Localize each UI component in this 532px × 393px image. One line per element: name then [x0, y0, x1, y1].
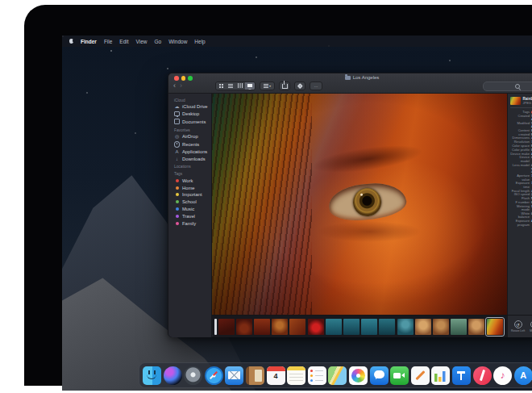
- sidebar-tag-important[interactable]: Important: [168, 191, 211, 199]
- sidebar-section-favorites: Favorites: [168, 126, 211, 133]
- thumbnail[interactable]: [236, 319, 252, 335]
- thumbnail[interactable]: [415, 319, 431, 335]
- dock-icon-mail[interactable]: [225, 366, 243, 385]
- applications-icon: A: [174, 149, 180, 154]
- thumbnail[interactable]: [254, 319, 270, 335]
- gallery-view-button[interactable]: [245, 82, 255, 90]
- menu-window[interactable]: Window: [168, 39, 187, 44]
- thumbnail[interactable]: [308, 319, 324, 335]
- window-title: Los Angeles: [353, 75, 380, 80]
- group-button[interactable]: ▾: [260, 82, 275, 90]
- photo-preview[interactable]: [212, 94, 507, 315]
- dock-icon-safari[interactable]: [205, 366, 223, 385]
- sidebar-tag-school[interactable]: School: [168, 199, 211, 206]
- sidebar-section-icloud: iCloud: [168, 96, 211, 103]
- dock-icon-siri[interactable]: [164, 366, 182, 385]
- dock-icon-messages[interactable]: [370, 366, 389, 385]
- icloud-drive-icon: ☁: [174, 104, 180, 109]
- menu-go[interactable]: Go: [155, 39, 162, 44]
- thumbnail[interactable]: [289, 319, 305, 335]
- thumbnail[interactable]: [397, 319, 414, 335]
- thumbnail[interactable]: [218, 319, 235, 335]
- forward-button[interactable]: ›: [180, 82, 182, 90]
- menu-edit[interactable]: Edit: [119, 39, 128, 44]
- title-bar[interactable]: ‹ › Los Angeles ▾: [168, 73, 532, 94]
- dock-icon-contacts[interactable]: [246, 366, 264, 385]
- sidebar-tag-music[interactable]: Music: [168, 206, 211, 213]
- photo-hair-region: [212, 94, 312, 315]
- dock-icon-keynote[interactable]: [452, 366, 471, 385]
- dock-icon-notes[interactable]: [287, 366, 305, 385]
- tags-button[interactable]: [294, 82, 305, 90]
- downloads-icon: ↓: [174, 157, 180, 161]
- menu-view[interactable]: View: [136, 39, 148, 44]
- dock-icon-facetime[interactable]: [390, 366, 409, 385]
- sidebar-item-documents[interactable]: Documents: [168, 118, 211, 126]
- share-button[interactable]: [279, 82, 290, 90]
- sidebar-item-desktop[interactable]: Desktop: [168, 111, 211, 118]
- sidebar-item-icloud-drive[interactable]: ☁ iCloud Drive: [168, 103, 211, 111]
- dock-icon-numbers[interactable]: [431, 366, 450, 385]
- dock-icon-pages[interactable]: [411, 366, 430, 385]
- calendar-day-number: 4: [267, 372, 285, 380]
- column-view-button[interactable]: [235, 82, 245, 90]
- sidebar-item-applications[interactable]: A Applications: [168, 148, 211, 156]
- dock-icon-photos[interactable]: [349, 366, 368, 385]
- dock-icon-itunes[interactable]: ♪: [493, 366, 512, 385]
- thumbnail[interactable]: [326, 319, 342, 335]
- imac-display-bezel: Finder File Edit View Go Window Help: [24, 5, 532, 386]
- more-actions-button[interactable]: …: [310, 82, 322, 90]
- tag-dot-blue-icon: [174, 207, 180, 211]
- search-input[interactable]: [483, 82, 532, 91]
- rotate-left-icon: ↺: [514, 320, 522, 328]
- back-button[interactable]: ‹: [173, 82, 176, 90]
- menu-file[interactable]: File: [104, 39, 112, 44]
- tag-dot-purple-icon: [174, 215, 180, 218]
- dock-icon-finder[interactable]: [143, 366, 161, 385]
- thumbnail[interactable]: [361, 319, 377, 335]
- sidebar-item-airdrop[interactable]: ◎ AirDrop: [168, 133, 211, 140]
- dock-icon-reminders[interactable]: [308, 366, 326, 385]
- clock-icon: [174, 141, 180, 148]
- tag-dot-green-icon: [174, 200, 180, 203]
- rotate-left-button[interactable]: ↺ Rotate Left: [511, 320, 525, 332]
- thumbnail[interactable]: [379, 319, 395, 335]
- thumbnail[interactable]: [468, 319, 484, 335]
- dock-icon-launchpad[interactable]: [184, 366, 202, 385]
- airdrop-icon: ◎: [174, 134, 180, 139]
- sidebar-tag-family[interactable]: Family: [168, 219, 211, 227]
- photo-undereye-shadow: [317, 221, 422, 242]
- nav-buttons: ‹ ›: [173, 82, 182, 90]
- finder-window: ‹ › Los Angeles ▾: [168, 73, 532, 337]
- sidebar-section-tags: Tags: [168, 169, 211, 177]
- divider: [510, 107, 532, 108]
- sidebar-item-downloads[interactable]: ↓ Downloads: [168, 156, 211, 163]
- photo-eyebrow-shadow: [306, 139, 430, 180]
- view-segmented-control: [215, 82, 256, 90]
- desktop-screen: Finder File Edit View Go Window Help: [62, 36, 532, 391]
- thumbnail[interactable]: [451, 319, 467, 335]
- sidebar-tag-home[interactable]: Home: [168, 184, 211, 191]
- metadata-row: Device modeliPhone X: [510, 156, 532, 163]
- sidebar-item-recents[interactable]: Recents: [168, 140, 211, 148]
- thumbnail[interactable]: [343, 319, 360, 335]
- apple-logo-icon[interactable]: [69, 39, 73, 44]
- dock-icon-calendar[interactable]: 4: [267, 366, 285, 385]
- thumbnail[interactable]: [272, 319, 288, 335]
- dock-icon-news[interactable]: [473, 366, 492, 385]
- thumbnail-selected[interactable]: [487, 319, 503, 335]
- menu-finder[interactable]: Finder: [81, 39, 97, 44]
- list-view-button[interactable]: [226, 82, 235, 90]
- sidebar-tag-travel[interactable]: Travel: [168, 212, 211, 219]
- dock-icon-app-store[interactable]: A: [514, 366, 532, 385]
- gallery-filmstrip: [212, 316, 507, 337]
- dock-icon-maps[interactable]: [328, 366, 347, 385]
- sidebar-tag-work[interactable]: Work: [168, 177, 211, 184]
- icon-view-button[interactable]: [216, 82, 226, 90]
- metadata-table: Tags Red Created5/12/18, 11:24 AM Modifi…: [510, 111, 532, 227]
- menu-help[interactable]: Help: [194, 39, 205, 44]
- thumbnail[interactable]: [433, 319, 449, 335]
- magnifier-icon: [515, 84, 520, 89]
- tag-dot-orange-icon: [174, 186, 180, 190]
- thumbnail-partial[interactable]: [214, 319, 217, 335]
